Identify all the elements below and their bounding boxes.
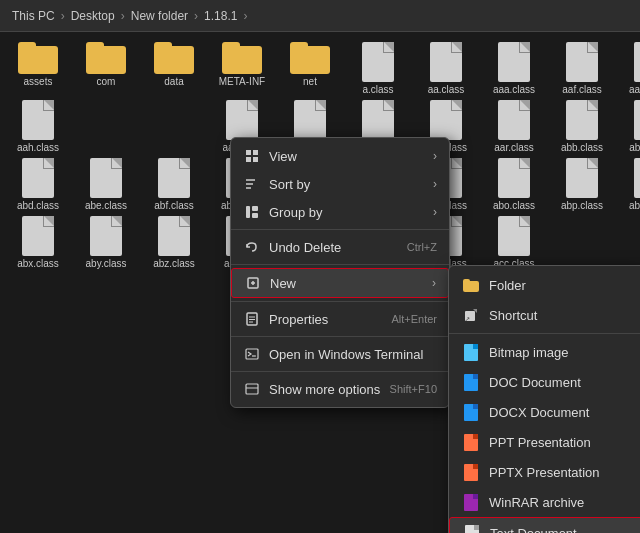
svg-rect-7 [246, 206, 250, 218]
submenu-shortcut[interactable]: ↗ Shortcut [449, 300, 640, 330]
view-arrow: › [433, 149, 437, 163]
svg-rect-22 [246, 384, 258, 394]
menu-item-terminal[interactable]: Open in Windows Terminal [231, 340, 449, 368]
svg-rect-8 [252, 206, 258, 211]
menu-item-undo[interactable]: Undo Delete Ctrl+Z [231, 233, 449, 261]
submenu-label-txt: Text Document [490, 526, 577, 534]
file-abo-class[interactable]: abo.class [482, 158, 546, 212]
properties-icon [243, 310, 261, 328]
more-shortcut: Shift+F10 [390, 383, 437, 395]
separator-4 [231, 336, 449, 337]
file-abf-class[interactable]: abf.class [142, 158, 206, 212]
submenu-label-docx: DOCX Document [489, 405, 589, 420]
folder-com[interactable]: com [74, 42, 138, 96]
separator-5 [231, 371, 449, 372]
sort-icon [243, 175, 261, 193]
file-abq-class[interactable]: abq.class [618, 158, 640, 212]
svg-text:↗: ↗ [465, 316, 470, 322]
svg-rect-1 [253, 150, 258, 155]
properties-shortcut: Alt+Enter [391, 313, 437, 325]
breadcrumb-item[interactable]: 1.18.1 [204, 9, 237, 23]
file-abx-class[interactable]: abx.class [6, 216, 70, 270]
submenu-pptx[interactable]: PPTX Presentation [449, 457, 640, 487]
menu-label-terminal: Open in Windows Terminal [269, 347, 423, 362]
submenu-label-pptx: PPTX Presentation [489, 465, 600, 480]
doc-icon [461, 372, 481, 392]
folder-net[interactable]: net [278, 42, 342, 96]
breadcrumb-item[interactable]: Desktop [71, 9, 115, 23]
breadcrumb: This PC › Desktop › New folder › 1.18.1 … [0, 0, 640, 32]
menu-label-undo: Undo Delete [269, 240, 341, 255]
folder-meta-inf[interactable]: META-INF [210, 42, 274, 96]
submenu-new: Folder ↗ Shortcut [448, 265, 640, 533]
menu-item-groupby[interactable]: Group by › [231, 198, 449, 226]
folder-data[interactable]: data [142, 42, 206, 96]
bitmap-icon [461, 342, 481, 362]
context-menu: View › Sort by › [230, 137, 450, 408]
menu-item-view[interactable]: View › [231, 142, 449, 170]
submenu-txt[interactable]: Text Document [449, 517, 640, 533]
svg-rect-0 [246, 150, 251, 155]
submenu-label-folder: Folder [489, 278, 526, 293]
file-a-class[interactable]: a.class [346, 42, 410, 96]
file-aar-class[interactable]: aar.class [482, 100, 546, 154]
folder-assets[interactable]: assets [6, 42, 70, 96]
docx-icon [461, 402, 481, 422]
submenu-label-ppt: PPT Presentation [489, 435, 591, 450]
submenu-label-doc: DOC Document [489, 375, 581, 390]
submenu-label-bitmap: Bitmap image [489, 345, 568, 360]
sortby-arrow: › [433, 177, 437, 191]
file-aaf-class[interactable]: aaf.class [550, 42, 614, 96]
file-abp-class[interactable]: abp.class [550, 158, 614, 212]
breadcrumb-separator: › [243, 9, 247, 23]
menu-item-sortby[interactable]: Sort by › [231, 170, 449, 198]
submenu-bitmap[interactable]: Bitmap image [449, 337, 640, 367]
txt-icon [462, 523, 482, 533]
svg-rect-9 [252, 213, 258, 218]
rar-icon [461, 492, 481, 512]
file-abc-class[interactable]: abc.class [618, 100, 640, 154]
new-icon [244, 274, 262, 292]
svg-rect-3 [253, 157, 258, 162]
group-icon [243, 203, 261, 221]
menu-item-new[interactable]: New › Folder ↗ [231, 268, 449, 298]
undo-icon [243, 238, 261, 256]
submenu-rar[interactable]: WinRAR archive [449, 487, 640, 517]
file-aa-class[interactable]: aa.class [414, 42, 478, 96]
submenu-folder[interactable]: Folder [449, 270, 640, 300]
breadcrumb-separator: › [121, 9, 125, 23]
breadcrumb-item[interactable]: New folder [131, 9, 188, 23]
terminal-icon [243, 345, 261, 363]
view-icon [243, 147, 261, 165]
menu-label-groupby: Group by [269, 205, 322, 220]
groupby-arrow: › [433, 205, 437, 219]
file-aaa-class[interactable]: aaa.class [482, 42, 546, 96]
svg-rect-2 [246, 157, 251, 162]
menu-label-sortby: Sort by [269, 177, 310, 192]
file-abz-class[interactable]: abz.class [142, 216, 206, 270]
breadcrumb-separator: › [194, 9, 198, 23]
folder-submenu-icon [461, 275, 481, 295]
file-aag-class[interactable]: aag.class [618, 42, 640, 96]
breadcrumb-item[interactable]: This PC [12, 9, 55, 23]
file-acc-class[interactable]: acc.class [482, 216, 546, 270]
file-aah-class[interactable]: aah.class [6, 100, 70, 154]
submenu-separator-1 [449, 333, 640, 334]
separator-3 [231, 301, 449, 302]
submenu-ppt[interactable]: PPT Presentation [449, 427, 640, 457]
file-abe-class[interactable]: abe.class [74, 158, 138, 212]
submenu-label-shortcut: Shortcut [489, 308, 537, 323]
file-aby-class[interactable]: aby.class [74, 216, 138, 270]
submenu-label-rar: WinRAR archive [489, 495, 584, 510]
pptx-icon [461, 462, 481, 482]
shortcut-submenu-icon: ↗ [461, 305, 481, 325]
undo-shortcut: Ctrl+Z [407, 241, 437, 253]
submenu-docx[interactable]: DOCX Document [449, 397, 640, 427]
submenu-doc[interactable]: DOC Document [449, 367, 640, 397]
file-abb-class[interactable]: abb.class [550, 100, 614, 154]
file-abd-class[interactable]: abd.class [6, 158, 70, 212]
menu-label-new: New [270, 276, 296, 291]
menu-item-properties[interactable]: Properties Alt+Enter [231, 305, 449, 333]
menu-label-more: Show more options [269, 382, 380, 397]
menu-item-more[interactable]: Show more options Shift+F10 [231, 375, 449, 403]
